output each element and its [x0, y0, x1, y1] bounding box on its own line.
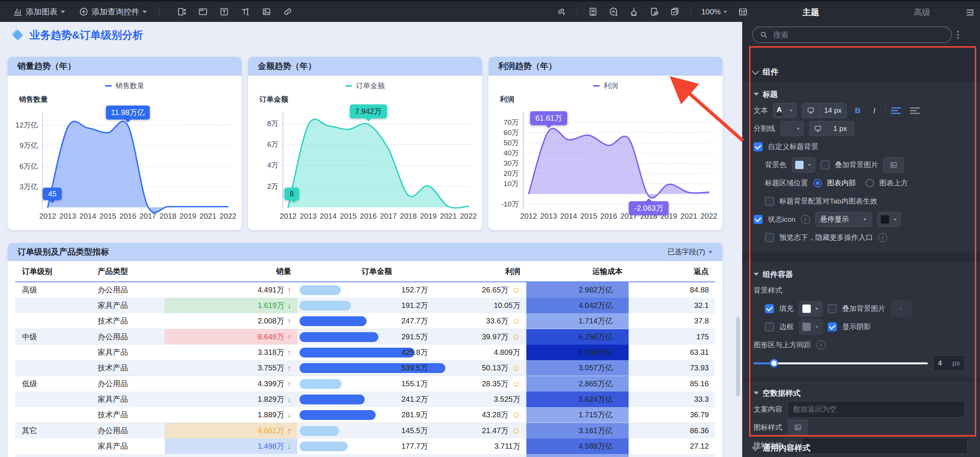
- table-row[interactable]: 技术产品2.008万↑247.7万33.6万☺1.714万亿37.8: [15, 313, 715, 329]
- table-row[interactable]: 家具产品1.619万↓191.2万10.05万4.042万亿32.1: [15, 298, 715, 313]
- radio-chart-inside[interactable]: [813, 179, 822, 187]
- add-query-button[interactable]: 添加查询控件: [79, 6, 147, 17]
- chart-card-amount[interactable]: 金额趋势（年） 订单金额订单金额8万6万4万2万2012201320142015…: [248, 57, 482, 230]
- bold-button[interactable]: B: [852, 106, 863, 115]
- info-icon[interactable]: i: [816, 341, 826, 349]
- spacing-slider[interactable]: [754, 355, 928, 371]
- table-row[interactable]: 家具产品1.498万↓177.7万3.711万4.589万亿27.12: [15, 438, 715, 454]
- align-right-icon[interactable]: [910, 108, 920, 114]
- amount-value: 152.7万: [371, 285, 428, 295]
- table-row[interactable]: 家具产品3.318万↑425.8万4.809万8.038万亿63.31: [15, 344, 715, 360]
- slider-handle[interactable]: [770, 359, 778, 367]
- doc-eye-icon[interactable]: [649, 7, 659, 17]
- font-size-value: 14 px: [819, 106, 846, 114]
- border-color-dropdown[interactable]: [799, 319, 822, 335]
- comment-chart-icon[interactable]: [609, 7, 618, 17]
- spacing-value-box[interactable]: 4 px: [933, 355, 965, 371]
- selected-fields-dropdown[interactable]: 已选字段(7): [668, 247, 713, 257]
- table-row[interactable]: 技术产品1.832万↓268万15.47万1.782万亿37.98: [15, 454, 715, 457]
- table-row[interactable]: 低级办公用品4.399万↑155.1万28.35万☺2.865万亿85.16: [15, 376, 715, 392]
- table-row[interactable]: 家具产品1.829万↓241.2万3.525万5.624万亿33.3: [15, 392, 715, 407]
- fill-color-dropdown[interactable]: [799, 301, 822, 316]
- search-input[interactable]: [773, 30, 944, 40]
- column-header[interactable]: 产品类型: [91, 261, 165, 281]
- container-bg-image-button[interactable]: [891, 301, 911, 317]
- hover-display-dropdown[interactable]: 悬停显示: [815, 212, 872, 227]
- empty-text-input[interactable]: [788, 401, 965, 418]
- show-shadow-checkbox[interactable]: [828, 322, 837, 332]
- table-card[interactable]: 订单级别及产品类型指标 已选字段(7) 订单级别产品类型销量订单金额利润运输成本…: [8, 243, 722, 457]
- align-left-icon[interactable]: [891, 108, 901, 114]
- bg-style-label: 背景样式: [754, 286, 782, 295]
- section-component[interactable]: 组件: [742, 67, 980, 77]
- link-icon[interactable]: [283, 7, 293, 17]
- tab-apply-checkbox[interactable]: [765, 197, 774, 206]
- radio-chart-above[interactable]: [865, 179, 874, 187]
- empty-icon-picker-button[interactable]: [788, 419, 808, 435]
- column-header[interactable]: 订单金额: [297, 261, 456, 281]
- column-header[interactable]: 返点: [628, 261, 715, 281]
- image-icon[interactable]: [262, 7, 272, 17]
- table-row[interactable]: 技术产品1.889万↓281.9万43.28万☺1.715万亿36.79: [15, 407, 715, 422]
- table-row[interactable]: 技术产品3.755万↑539.5万50.13万☺3.057万亿73.93: [15, 360, 715, 376]
- bg-color-dropdown[interactable]: [792, 157, 815, 173]
- overlay-bg-image-checkbox[interactable]: [821, 160, 830, 170]
- text-insert-icon[interactable]: [240, 7, 250, 17]
- search-box[interactable]: [752, 27, 952, 43]
- zoom-control[interactable]: 100%: [701, 8, 727, 16]
- column-header[interactable]: 运输成本: [527, 261, 628, 281]
- subsection-empty[interactable]: 空数据样式: [754, 386, 980, 400]
- sales-cell: 1.832万↓: [165, 454, 297, 457]
- italic-button[interactable]: I: [869, 106, 880, 115]
- tab-advanced[interactable]: 高级: [914, 7, 931, 18]
- text-color-dropdown[interactable]: A: [773, 103, 797, 118]
- tab-theme[interactable]: 主题: [802, 7, 819, 18]
- chart-card-sales[interactable]: 销量趋势（年） 销售数量销售数量12万亿9万亿6万亿3万亿20122013201…: [8, 57, 242, 230]
- info-icon[interactable]: i: [801, 215, 810, 224]
- amount-cell: 191.2万: [297, 298, 456, 313]
- level-cell: [15, 407, 91, 422]
- divider-color-dropdown[interactable]: [780, 121, 804, 136]
- column-header[interactable]: 订单级别: [15, 261, 91, 281]
- status-icon-checkbox[interactable]: [754, 215, 763, 224]
- table-row[interactable]: 中级办公用品8.648万↑291.5万39.97万☺6.256万亿175: [15, 329, 715, 344]
- text-icon[interactable]: [219, 7, 229, 17]
- toolbar-right: 100%: [557, 2, 748, 22]
- subsection-title[interactable]: 标题: [754, 87, 980, 102]
- container-overlay-checkbox[interactable]: [828, 304, 837, 313]
- fill-checkbox[interactable]: [765, 304, 774, 313]
- amount-value: 177.7万: [371, 441, 428, 451]
- broom-icon[interactable]: [629, 7, 639, 17]
- table-row[interactable]: 高级办公用品4.491万↑152.7万26.65万☺2.982万亿84.88: [15, 282, 715, 298]
- bg-image-picker-button[interactable]: [883, 157, 904, 173]
- divider-width-control[interactable]: 1 px: [809, 121, 854, 136]
- collapse-panel-icon[interactable]: [965, 8, 975, 17]
- font-size-control[interactable]: 14 px: [802, 103, 847, 118]
- level-cell: [15, 313, 91, 329]
- bg-style-row: 背景样式: [754, 281, 980, 300]
- add-chart-button[interactable]: 添加图表: [13, 6, 65, 17]
- table-row[interactable]: 其它办公用品4.661万↑145.5万21.47万☺3.161万亿86.36: [15, 422, 715, 438]
- border-checkbox[interactable]: [765, 322, 774, 332]
- info-icon[interactable]: i: [878, 233, 887, 242]
- preview-hide-checkbox[interactable]: [765, 233, 774, 242]
- more-options-icon[interactable]: [957, 31, 959, 38]
- widget-icon[interactable]: [177, 7, 187, 17]
- rebate-cell: 175: [628, 329, 715, 344]
- doc-check-icon[interactable]: [670, 7, 680, 17]
- chart-title: 销量趋势（年）: [18, 60, 76, 72]
- doc-lines-icon[interactable]: [588, 7, 598, 17]
- link-filter-icon[interactable]: [557, 7, 566, 17]
- chart-card-profit[interactable]: 利润趋势（年） 利润利润70万60万50万40万30万20万10万-10万201…: [488, 57, 722, 230]
- section-common[interactable]: 通用内容样式: [742, 443, 980, 453]
- column-header[interactable]: 利润: [456, 261, 527, 281]
- custom-title-bg-checkbox[interactable]: [754, 142, 763, 151]
- subsection-container[interactable]: 组件容器: [754, 267, 980, 281]
- column-header[interactable]: 销量: [165, 261, 297, 281]
- canvas-scrollbar[interactable]: [736, 317, 740, 397]
- status-color-dropdown[interactable]: [877, 212, 901, 227]
- amount-cell: 152.7万: [297, 282, 456, 298]
- level-cell: 其它: [15, 423, 91, 438]
- tab-layout-icon[interactable]: [198, 7, 208, 17]
- x-axis-tick: 2017: [380, 212, 397, 221]
